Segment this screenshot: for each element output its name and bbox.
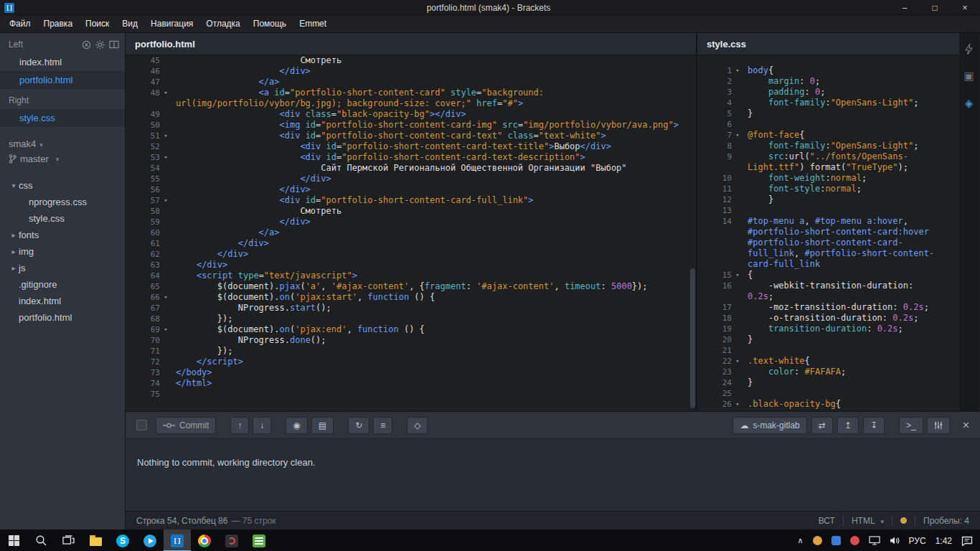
pane-header-left[interactable]: portfolio.html [126,33,696,55]
code-text[interactable]: @font-face{ [748,130,936,141]
folder-closed-caret-icon[interactable]: ▸ [9,243,19,260]
code-text[interactable] [748,345,936,356]
code-text[interactable]: } [748,334,936,345]
code-line[interactable]: 57▾ <div id="portfolio-short-content-car… [126,195,696,206]
code-text[interactable]: src:url("../fonts/OpenSans-Light.ttf") f… [748,151,936,173]
code-line[interactable]: 21 [697,345,959,356]
code-line[interactable]: 65 $(document).pjax('a', '#ajax-content'… [126,281,696,292]
code-line[interactable]: 73</body> [126,367,696,378]
code-line[interactable]: 22▾.text-white{ [697,356,959,367]
code-text[interactable]: } [748,377,936,388]
code-line[interactable]: 60 </a> [126,227,696,238]
code-line[interactable]: 17 -moz-transition-duration: 0.2s; [697,302,959,313]
code-line[interactable]: 75 [126,389,696,400]
code-line[interactable]: 18 -o-transition-duration: 0.2s; [697,313,959,324]
folder-closed-caret-icon[interactable]: ▸ [9,227,19,243]
code-line[interactable]: 69▾ $(document).on('pjax:end', function … [126,324,696,335]
fold-marker-icon[interactable]: ▾ [160,152,171,163]
code-text[interactable]: </a> [176,227,696,238]
tray-app-icon-3[interactable] [850,536,859,545]
code-text[interactable]: <div class="black-opacity-bg"></div> [176,109,696,120]
code-line[interactable]: 6 [697,119,959,130]
code-text[interactable]: .text-white{ [748,356,936,367]
fold-marker-icon[interactable]: ▾ [732,65,743,76]
code-line[interactable]: 4 font-family:"OpenSans-Light"; [697,98,959,108]
code-text[interactable]: -moz-transition-duration: 0.2s; [748,302,936,313]
fold-marker-icon[interactable]: ▾ [160,131,171,141]
tree-folder-item[interactable]: ▾css [0,177,125,194]
tree-folder-item[interactable]: ▸img [0,243,125,260]
code-line[interactable]: 53▾ <div id="porfolio-short-content-card… [126,152,696,163]
code-line[interactable]: 20} [697,334,959,345]
commit-button[interactable]: Commit [156,417,216,434]
code-text[interactable]: $(document).on('pjax:end', function () { [176,324,696,335]
code-text[interactable]: <script type="text/javascript"> [176,270,696,281]
code-text[interactable]: <div id="portfolio-short-content-card-fu… [176,195,696,206]
code-text[interactable]: <div id="porfolio-short-content-card-tex… [176,141,696,152]
code-text[interactable]: transition-duration: 0.2s; [748,324,936,334]
code-line[interactable]: 59 </div> [126,217,696,227]
tree-file-item[interactable]: .gitignore [0,276,125,293]
code-editor-left[interactable]: 45 Смотреть46 </div>47 </a>48▾ <a id="po… [126,55,696,411]
git-pull-button[interactable]: ↓ [253,417,271,434]
menu-item[interactable]: Правка [37,16,80,32]
code-line[interactable]: 58 Смотреть [126,206,696,217]
fold-marker-icon[interactable]: ▾ [732,130,743,141]
code-text[interactable]: </div> [176,184,696,195]
left-editor-scrollbar[interactable] [689,55,696,411]
code-line[interactable]: 46 </div> [126,66,696,77]
code-text[interactable]: <img id="portfolio-short-content-card-im… [176,120,696,131]
close-button[interactable]: × [950,0,980,16]
lint-status-icon[interactable] [900,517,907,524]
code-line[interactable]: 74</html> [126,378,696,389]
folder-open-caret-icon[interactable]: ▾ [9,177,19,194]
skype-icon[interactable]: S [109,529,136,551]
file-explorer-icon[interactable] [82,529,109,551]
code-line[interactable]: 62 </div> [126,249,696,260]
insert-mode-indicator[interactable]: ВСТ [819,516,835,526]
working-file-item[interactable]: portfolio.html [0,71,125,89]
git-sync-button[interactable]: ↻ [348,417,369,434]
project-dropdown[interactable]: smak4▾ [0,138,125,149]
hidden-icons-chevron[interactable]: ∧ [798,536,804,545]
fold-marker-icon[interactable]: ▾ [160,292,171,303]
code-text[interactable]: </body> [176,367,696,378]
live-preview-icon[interactable] [964,43,974,55]
close-git-panel-icon[interactable]: × [963,419,969,432]
code-text[interactable]: <a id="portfolio-short-content-card" sty… [176,88,696,109]
code-text[interactable] [748,388,936,399]
menu-item[interactable]: Emmet [293,16,333,32]
code-text[interactable]: body{ [748,65,936,76]
code-line[interactable]: 19 transition-duration: 0.2s; [697,324,959,334]
code-text[interactable]: </div> [176,66,696,77]
menu-item[interactable]: Файл [3,16,37,32]
task-view-icon[interactable] [55,529,82,551]
select-all-checkbox[interactable] [136,420,147,430]
push-to-remote-button[interactable]: ↥ [837,417,859,434]
code-line[interactable]: 1▾body{ [697,65,959,76]
code-line[interactable]: 52 <div id="porfolio-short-content-card-… [126,141,696,152]
code-line[interactable]: 5} [697,108,959,119]
tray-app-icon-2[interactable] [831,536,841,545]
action-center-icon[interactable] [961,536,973,546]
code-line[interactable]: 23 color: #FAFAFA; [697,367,959,377]
code-line[interactable]: 49 <div class="black-opacity-bg"></div> [126,109,696,120]
chrome-icon[interactable] [191,529,218,551]
code-text[interactable] [176,389,696,400]
scrollbar-thumb[interactable] [690,268,695,408]
code-text[interactable]: } [748,108,936,119]
minimize-button[interactable]: – [890,0,920,16]
file-history-button[interactable]: ▤ [311,417,334,434]
code-line[interactable]: 71 }); [126,346,696,357]
code-text[interactable]: </div> [176,238,696,249]
code-line[interactable]: 13 [697,205,959,216]
code-text[interactable]: -webkit-transition-duration: 0.2s; [748,281,936,302]
code-text[interactable]: NProgress.done(); [176,335,696,346]
pull-from-remote-button[interactable]: ↧ [863,417,885,434]
code-text[interactable]: padding: 0; [748,87,936,98]
code-text[interactable]: font-weight:normal; [748,173,936,184]
git-tag-button[interactable]: ◇ [407,417,428,434]
code-line[interactable]: 64 <script type="text/javascript"> [126,270,696,281]
indent-setting[interactable]: Пробелы: 4 [923,516,969,526]
folder-closed-caret-icon[interactable]: ▸ [9,260,19,276]
